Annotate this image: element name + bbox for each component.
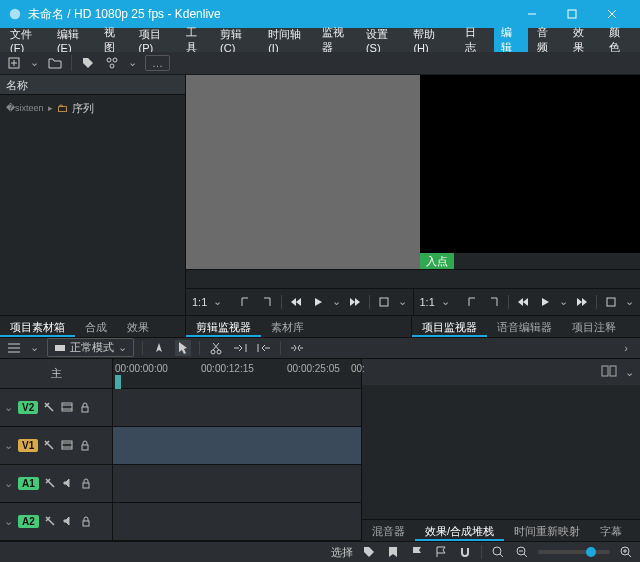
forward-button[interactable] [347,294,363,310]
chevron-down-icon[interactable]: ⌄ [30,341,39,354]
track-header[interactable]: ⌄ V2 [0,389,113,426]
mute-icon[interactable] [62,515,75,528]
track-lane[interactable] [113,503,361,540]
tool-select-button[interactable] [175,340,191,356]
chevron-down-icon[interactable]: ⌄ [128,56,137,69]
collapse-icon[interactable]: ⌄ [4,477,13,490]
spacer-out-button[interactable] [256,340,272,356]
spacer-in-button[interactable] [232,340,248,356]
set-in-button[interactable] [237,294,253,310]
tab-subtitles[interactable]: 字幕 [590,520,632,541]
chevron-down-icon[interactable]: ⌄ [398,295,407,308]
track-label[interactable]: A2 [18,515,39,528]
tab-compositions[interactable]: 合成 [75,316,117,337]
tab-project-bin[interactable]: 项目素材箱 [0,316,75,337]
expand-right-button[interactable]: › [618,342,634,354]
zoom-slider[interactable] [538,550,610,554]
track-lane[interactable] [113,465,361,502]
tag-icon[interactable] [361,544,377,560]
play-button[interactable] [537,294,553,310]
zoom-in-icon[interactable] [618,544,634,560]
mute-icon[interactable] [62,477,75,490]
chevron-down-icon[interactable]: ⌄ [30,56,39,69]
edit-mode-button[interactable] [603,294,619,310]
tab-clip-monitor[interactable]: 剪辑监视器 [186,316,261,337]
track-lane[interactable] [113,427,361,464]
tab-speech-editor[interactable]: 语音编辑器 [487,316,562,337]
bin-column-name[interactable]: 名称 [0,75,185,95]
track-header[interactable]: ⌄ A1 [0,465,113,502]
clip-monitor[interactable] [186,75,420,269]
more-button[interactable]: … [145,55,170,71]
track-lane[interactable] [113,389,361,426]
forward-button[interactable] [574,294,590,310]
tab-library[interactable]: 素材库 [261,316,314,337]
lock-icon[interactable] [79,401,92,414]
project-monitor[interactable]: 入点 [420,75,640,269]
filter-button[interactable] [104,55,120,71]
split-view-button[interactable] [601,365,617,379]
cut-button[interactable] [208,340,224,356]
track-header[interactable]: ⌄ A2 [0,503,113,540]
bookmark-icon[interactable] [385,544,401,560]
flag-icon[interactable] [409,544,425,560]
tab-effects[interactable]: 效果 [117,316,159,337]
play-button[interactable] [310,294,326,310]
fx-icon[interactable] [44,477,57,490]
film-icon[interactable] [61,439,74,452]
project-monitor-screen[interactable] [420,75,640,253]
edit-mode-button[interactable] [376,294,392,310]
chevron-down-icon[interactable]: ⌄ [213,295,222,308]
effect-stack-body[interactable] [362,385,640,519]
zoom-ratio[interactable]: 1:1 [420,296,435,308]
track-menu-button[interactable] [6,340,22,356]
lock-icon[interactable] [80,477,93,490]
chevron-down-icon[interactable]: ⌄ [559,295,568,308]
rewind-button[interactable] [515,294,531,310]
tab-effect-stack[interactable]: 效果/合成堆栈 [415,520,504,541]
chevron-down-icon[interactable]: ⌄ [441,295,450,308]
bin-item-sequence[interactable]: �sixteen ▸ 🗀 序列 [6,99,179,118]
expand-icon[interactable]: �sixteen [6,103,44,113]
chevron-down-icon[interactable]: ⌄ [625,295,634,308]
lock-icon[interactable] [79,439,92,452]
tab-project-notes[interactable]: 项目注释 [562,316,626,337]
playhead[interactable] [115,375,121,389]
zoom-slider-thumb[interactable] [586,547,596,557]
collapse-icon[interactable]: ⌄ [4,439,13,452]
zoom-ratio[interactable]: 1:1 [192,296,207,308]
chevron-right-icon[interactable]: ▸ [48,103,53,113]
add-folder-button[interactable] [47,55,63,71]
set-out-button[interactable] [259,294,275,310]
tab-project-monitor[interactable]: 项目监视器 [412,316,487,337]
fx-icon[interactable] [43,439,56,452]
rewind-button[interactable] [288,294,304,310]
set-out-button[interactable] [486,294,502,310]
lock-icon[interactable] [80,515,93,528]
track-header[interactable]: ⌄ V1 [0,427,113,464]
fx-icon[interactable] [44,515,57,528]
snap-icon[interactable] [457,544,473,560]
fx-icon[interactable] [43,401,56,414]
track-label[interactable]: V2 [18,401,38,414]
film-icon[interactable] [61,401,74,414]
collapse-icon[interactable]: ⌄ [4,401,13,414]
tag-button[interactable] [80,55,96,71]
monitor-timebar[interactable] [186,269,640,289]
timeline-ruler[interactable]: 00:00:00:00 00:00:12:15 00:00:25:05 00: [113,359,361,388]
zoom-out-icon[interactable] [514,544,530,560]
tab-mixer[interactable]: 混音器 [362,520,415,541]
chevron-down-icon[interactable]: ⌄ [625,366,634,379]
track-label[interactable]: A1 [18,477,39,490]
zoom-fit-icon[interactable] [490,544,506,560]
chevron-down-icon[interactable]: ⌄ [332,295,341,308]
edit-mode-select[interactable]: 正常模式 ⌄ [47,338,134,357]
track-label[interactable]: V1 [18,439,38,452]
bin-tree[interactable]: �sixteen ▸ 🗀 序列 [0,95,185,315]
set-in-button[interactable] [464,294,480,310]
timeline-tracks[interactable]: ⌄ V2 ⌄ V1 ⌄ [0,389,361,541]
flag-outline-icon[interactable] [433,544,449,560]
add-clip-button[interactable] [6,55,22,71]
in-point-label[interactable]: 入点 [420,253,454,269]
master-track-header[interactable]: 主 [0,359,113,388]
